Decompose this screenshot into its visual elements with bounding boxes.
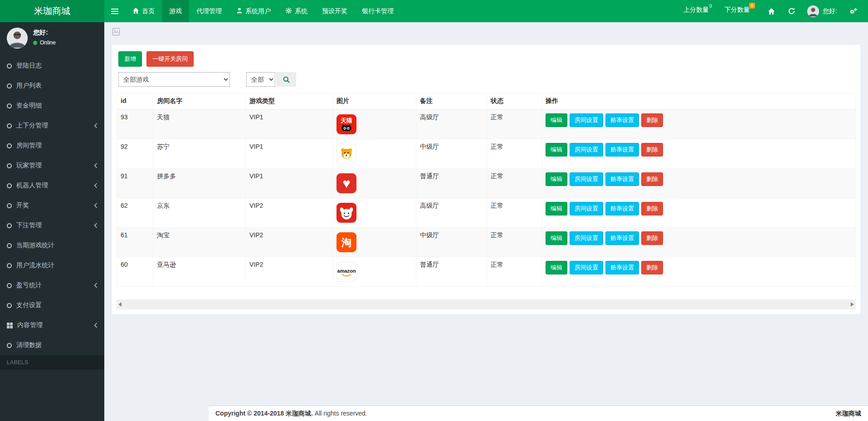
sidebar-item-user-turnover-stats[interactable]: 用户流水统计 <box>0 255 104 275</box>
sidebar-item-room-management[interactable]: 房间管理 <box>0 136 104 156</box>
chevron-left-icon <box>94 163 98 168</box>
sidebar-user-panel: 您好: Online <box>0 22 104 54</box>
sidebar-toggle-icon[interactable] <box>104 0 125 22</box>
refresh-icon[interactable] <box>781 0 802 22</box>
nav-item-label: 系统 <box>295 7 307 15</box>
add-button[interactable]: 新增 <box>118 51 142 67</box>
nav-item-system-users[interactable]: 系统用户 <box>229 0 278 22</box>
settings-gears-icon[interactable] <box>843 0 864 22</box>
sidebar-item-label: 用户流水统计 <box>16 261 54 269</box>
sidebar-item-current-game-stats[interactable]: 当期游戏统计 <box>0 235 104 255</box>
odds-settings-button[interactable]: 赔率设置 <box>605 261 639 274</box>
sidebar-item-funds-detail[interactable]: 资金明细 <box>0 96 104 116</box>
user-icon <box>236 7 243 15</box>
room-settings-button[interactable]: 房间设置 <box>570 202 603 215</box>
sidebar-item-player-management[interactable]: 玩家管理 <box>0 156 104 176</box>
sidebar-item-label: 房间管理 <box>16 142 42 150</box>
delete-button[interactable]: 删除 <box>641 202 663 215</box>
grid-icon <box>7 323 13 328</box>
circle-icon <box>7 183 12 188</box>
nav-item-home[interactable]: 首页 <box>125 0 162 22</box>
circle-icon <box>7 343 12 348</box>
circle-icon <box>7 143 12 148</box>
nav-item-system[interactable]: 系统 <box>278 0 315 22</box>
edit-button[interactable]: 编辑 <box>546 202 567 215</box>
odds-settings-button[interactable]: 赔率设置 <box>605 143 639 157</box>
edit-button[interactable]: 编辑 <box>546 172 567 186</box>
sidebar-item-robot-management[interactable]: 机器人管理 <box>0 176 104 196</box>
nav-item-label: 系统用户 <box>245 7 271 15</box>
brand-logo[interactable]: 米珈商城 <box>0 0 104 22</box>
nav-item-agent-management[interactable]: 代理管理 <box>189 0 229 22</box>
table-header-row: id房间名字游戏类型图片备注状态操作 <box>117 93 856 110</box>
search-icon <box>283 76 290 83</box>
sidebar-item-bet-management[interactable]: 下注管理 <box>0 215 104 235</box>
edit-button[interactable]: 编辑 <box>546 231 567 245</box>
circle-icon <box>7 203 12 208</box>
scroll-left-icon[interactable] <box>118 302 122 307</box>
sidebar-item-login-logs[interactable]: 登陆日志 <box>0 56 104 76</box>
game-type: VIP1 <box>246 109 333 139</box>
room-settings-button[interactable]: 房间设置 <box>570 172 603 186</box>
sidebar-item-label: 玩家管理 <box>16 162 42 170</box>
room-settings-button[interactable]: 房间设置 <box>570 231 603 245</box>
sidebar-item-user-list[interactable]: 用户列表 <box>0 76 104 96</box>
room-name: 京东 <box>153 198 246 228</box>
edit-button[interactable]: 编辑 <box>546 143 567 157</box>
game-filter-select[interactable]: 全部游戏 <box>118 72 230 87</box>
broken-image-icon <box>112 28 120 36</box>
content-area: 新增 一键开关房间 全部游戏 全部 id房间名字游戏类型图片备注状 <box>104 22 868 421</box>
online-dot-icon <box>33 41 37 45</box>
horizontal-scrollbar[interactable] <box>117 299 856 309</box>
status-filter-select[interactable]: 全部 <box>246 72 275 87</box>
nav-item-games[interactable]: 游戏 <box>162 0 189 22</box>
sidebar-item-lottery-draw[interactable]: 开奖 <box>0 196 104 215</box>
nav-item-preset-draw[interactable]: 预设开奖 <box>315 0 355 22</box>
odds-settings-button[interactable]: 赔率设置 <box>605 202 639 215</box>
main-header: 米珈商城 首页游戏代理管理系统用户系统预设开奖银行卡管理 上分数量 0 下分数量… <box>0 0 868 22</box>
sidebar-item-score-management[interactable]: 上下分管理 <box>0 116 104 136</box>
search-button[interactable] <box>276 72 296 87</box>
delete-button[interactable]: 删除 <box>641 113 663 127</box>
up-score-link[interactable]: 上分数量 0 <box>677 0 718 22</box>
jd-dog-icon <box>336 203 356 223</box>
delete-button[interactable]: 删除 <box>641 231 663 245</box>
circle-icon <box>7 103 12 108</box>
rooms-panel: 新增 一键开关房间 全部游戏 全部 id房间名字游戏类型图片备注状 <box>112 45 860 314</box>
edit-button[interactable]: 编辑 <box>546 113 567 127</box>
sidebar-item-profit-loss-stats[interactable]: 盈亏统计 <box>0 275 104 295</box>
room-id: 93 <box>117 109 153 139</box>
sidebar-item-content-management[interactable]: 内容管理 <box>0 315 104 335</box>
room-status: 正常 <box>487 198 542 228</box>
scroll-right-icon[interactable] <box>851 302 854 307</box>
gear-icon <box>285 7 292 15</box>
odds-settings-button[interactable]: 赔率设置 <box>605 113 639 127</box>
table-row: 92苏宁VIP1中级厅正常编辑房间设置赔率设置删除 <box>117 139 856 169</box>
user-menu[interactable]: 您好: <box>802 0 843 22</box>
down-score-link[interactable]: 下分数量 0 <box>718 0 762 22</box>
online-status-label: Online <box>40 39 56 46</box>
delete-button[interactable]: 删除 <box>641 143 663 157</box>
room-name: 拼多多 <box>153 169 246 198</box>
column-header: 备注 <box>416 93 487 110</box>
delete-button[interactable]: 删除 <box>641 261 663 274</box>
sidebar-item-label: 上下分管理 <box>16 122 48 130</box>
nav-item-bank-card-management[interactable]: 银行卡管理 <box>355 0 401 22</box>
column-header: 操作 <box>542 93 856 110</box>
home-icon[interactable] <box>761 0 781 22</box>
game-type: VIP2 <box>246 198 333 228</box>
room-settings-button[interactable]: 房间设置 <box>570 113 603 127</box>
edit-button[interactable]: 编辑 <box>546 261 567 274</box>
room-image-cell: 天猫0·0 <box>333 109 416 139</box>
actions-cell: 编辑房间设置赔率设置删除 <box>542 198 856 228</box>
odds-settings-button[interactable]: 赔率设置 <box>605 172 639 186</box>
sidebar-item-clean-data[interactable]: 清理数据 <box>0 335 104 355</box>
room-id: 61 <box>117 228 153 257</box>
room-settings-button[interactable]: 房间设置 <box>570 143 603 157</box>
sidebar-item-payment-settings[interactable]: 支付设置 <box>0 295 104 315</box>
actions-cell: 编辑房间设置赔率设置删除 <box>542 228 856 257</box>
toggle-all-rooms-button[interactable]: 一键开关房间 <box>146 51 194 67</box>
delete-button[interactable]: 删除 <box>641 172 663 186</box>
room-settings-button[interactable]: 房间设置 <box>570 261 603 274</box>
odds-settings-button[interactable]: 赔率设置 <box>605 231 639 245</box>
